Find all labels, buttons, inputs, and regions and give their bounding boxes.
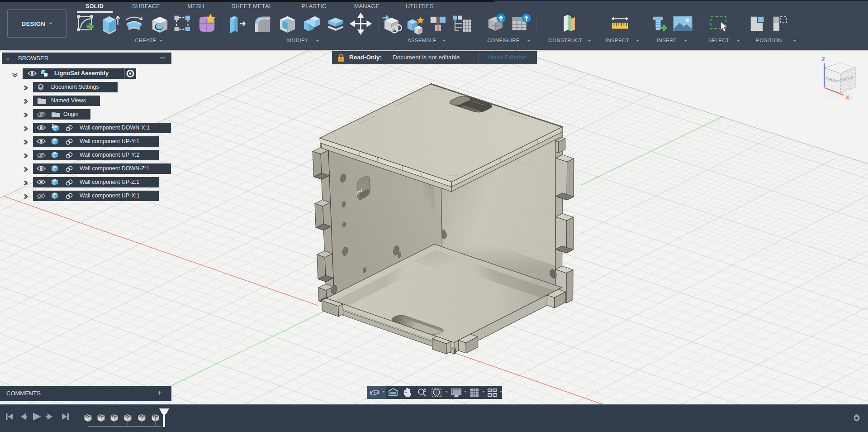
svg-text:X: X: [846, 95, 849, 100]
svg-text:Z: Z: [822, 57, 825, 62]
